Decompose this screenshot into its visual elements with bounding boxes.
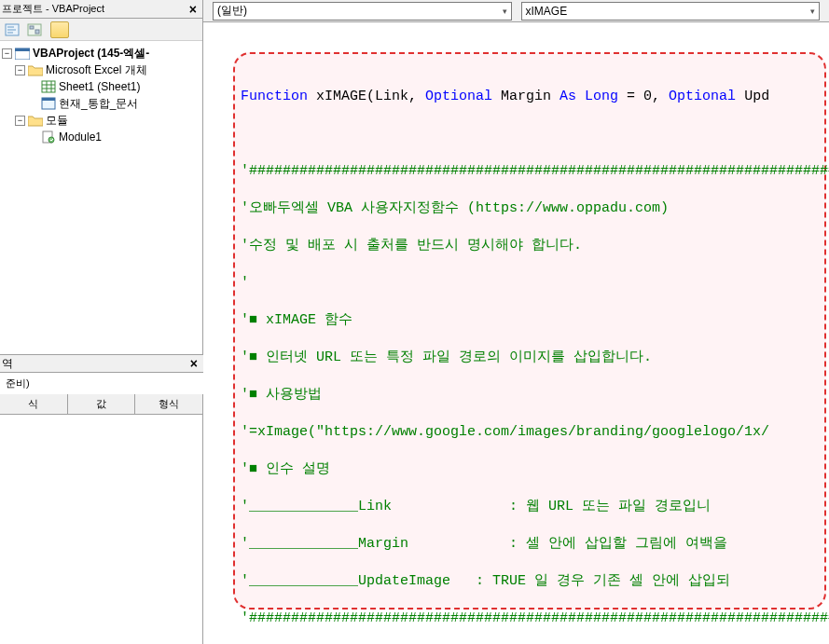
svg-rect-6: [35, 30, 39, 34]
tree-item-workbook[interactable]: 현재_통합_문서: [2, 95, 200, 112]
properties-title: 역: [2, 356, 13, 372]
properties-body: 준비) 식 값 형식: [0, 373, 203, 415]
tree-modules-label: 모듈: [46, 112, 68, 129]
tree-root-label: VBAProject (145-엑셀-: [33, 45, 149, 62]
collapse-icon[interactable]: −: [15, 65, 25, 75]
sheet-icon: [41, 80, 56, 93]
tree-folder-modules[interactable]: − 모듈: [2, 112, 200, 129]
code-comment: '수정 및 배포 시 출처를 반드시 명시해야 합니다.: [241, 237, 829, 255]
project-explorer-title: 프로젝트 - VBAProject: [2, 2, 104, 16]
close-icon[interactable]: ×: [187, 356, 201, 371]
code-comment: '_____________UpdateImage : TRUE 일 경우 기존…: [241, 572, 829, 591]
svg-point-17: [48, 137, 54, 143]
code-comment: '_____________Link : 웹 URL 또는 파일 경로입니: [241, 498, 829, 516]
tree-item-module1[interactable]: Module1: [2, 129, 200, 145]
properties-tabs: 식 값 형식: [0, 394, 203, 415]
tree-root[interactable]: − VBAProject (145-엑셀-: [2, 45, 200, 62]
properties-tab-value[interactable]: 값: [68, 394, 136, 414]
code-comment: '오빠두엑셀 VBA 사용자지정함수 (https://www.oppadu.c…: [241, 199, 829, 218]
code-text: Margin: [492, 89, 560, 104]
view-code-icon[interactable]: [4, 21, 21, 38]
code-text: xIMAGE(Link,: [308, 89, 425, 104]
project-explorer-panel: 프로젝트 - VBAProject × − VBAProject (145-엑셀…: [0, 0, 203, 644]
chevron-down-icon: ▾: [810, 7, 815, 16]
object-dropdown[interactable]: (일반) ▾: [213, 2, 512, 21]
tree-folder-msexcel[interactable]: − Microsoft Excel 개체: [2, 62, 200, 78]
collapse-icon[interactable]: −: [15, 116, 25, 126]
code-comment: '#######################################…: [241, 162, 829, 181]
properties-tab-alpha[interactable]: 식: [0, 394, 68, 414]
code-comment: '_____________Margin : 셀 안에 삽입할 그림에 여백을: [241, 535, 829, 554]
close-icon[interactable]: ×: [186, 2, 200, 17]
code-comment: '■ 인수 설명: [241, 460, 829, 479]
folder-icon: [28, 114, 43, 127]
code-comment: '■ 사용방법: [241, 386, 829, 404]
svg-rect-15: [42, 98, 55, 101]
tree-workbook-label: 현재_통합_문서: [59, 95, 138, 112]
code-text: Optional: [425, 89, 492, 104]
project-tree[interactable]: − VBAProject (145-엑셀- − Microsoft Excel …: [0, 41, 202, 339]
procedure-dropdown-value: xIMAGE: [526, 5, 568, 18]
code-comment: '=xImage("https://www.google.com/images/…: [241, 423, 829, 442]
code-comment: '■ xIMAGE 함수: [241, 311, 829, 330]
code-editor[interactable]: Function xIMAGE(Link, Optional Margin As…: [203, 22, 829, 637]
tree-sheet1-label: Sheet1 (Sheet1): [59, 78, 140, 95]
svg-rect-5: [30, 26, 34, 29]
project-explorer-toolbar: [0, 19, 202, 41]
svg-rect-9: [42, 81, 55, 92]
object-dropdown-value: (일반): [217, 3, 247, 19]
svg-rect-8: [15, 48, 30, 51]
code-dropdown-bar: (일반) ▾ xIMAGE ▾: [203, 0, 829, 22]
folder-toggle-icon[interactable]: [50, 21, 69, 38]
properties-tab-type[interactable]: 형식: [135, 394, 203, 414]
code-panel: (일반) ▾ xIMAGE ▾ Function xIMAGE(Link, Op…: [203, 0, 829, 644]
code-comment: '■ 인터넷 URL 또는 특정 파일 경로의 이미지를 삽입합니다.: [241, 349, 829, 367]
code-text: As Long: [560, 89, 618, 104]
code-text: Function: [241, 89, 308, 104]
project-icon: [15, 47, 30, 60]
properties-status: 준비): [0, 373, 203, 394]
module-icon: [41, 130, 56, 144]
tree-msexcel-label: Microsoft Excel 개체: [46, 62, 147, 78]
tree-module1-label: Module1: [59, 129, 102, 145]
code-comment: '#######################################…: [241, 610, 829, 628]
code-text: = 0,: [618, 89, 669, 104]
procedure-dropdown[interactable]: xIMAGE ▾: [521, 2, 821, 21]
code-text: Optional: [669, 89, 736, 104]
chevron-down-icon: ▾: [503, 7, 507, 16]
properties-header: 역 ×: [0, 354, 203, 373]
code-text: Upd: [736, 89, 769, 104]
collapse-icon[interactable]: −: [2, 48, 12, 59]
tree-item-sheet1[interactable]: Sheet1 (Sheet1): [2, 78, 200, 95]
view-object-icon[interactable]: [26, 21, 43, 38]
workbook-icon: [41, 97, 56, 110]
folder-icon: [28, 63, 43, 76]
project-explorer-header: 프로젝트 - VBAProject ×: [0, 0, 202, 19]
code-comment: ': [241, 274, 829, 293]
